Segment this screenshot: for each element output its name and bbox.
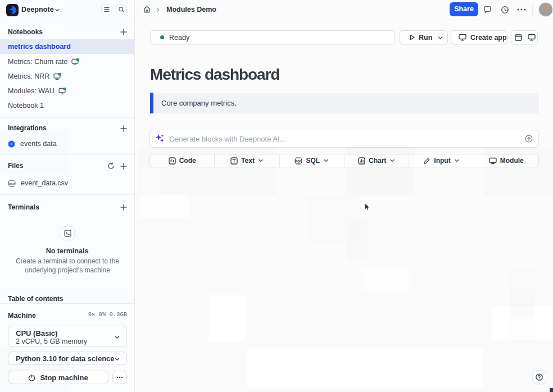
svg-text:SQL: SQL <box>296 159 302 162</box>
svg-text:csv: csv <box>9 181 15 185</box>
